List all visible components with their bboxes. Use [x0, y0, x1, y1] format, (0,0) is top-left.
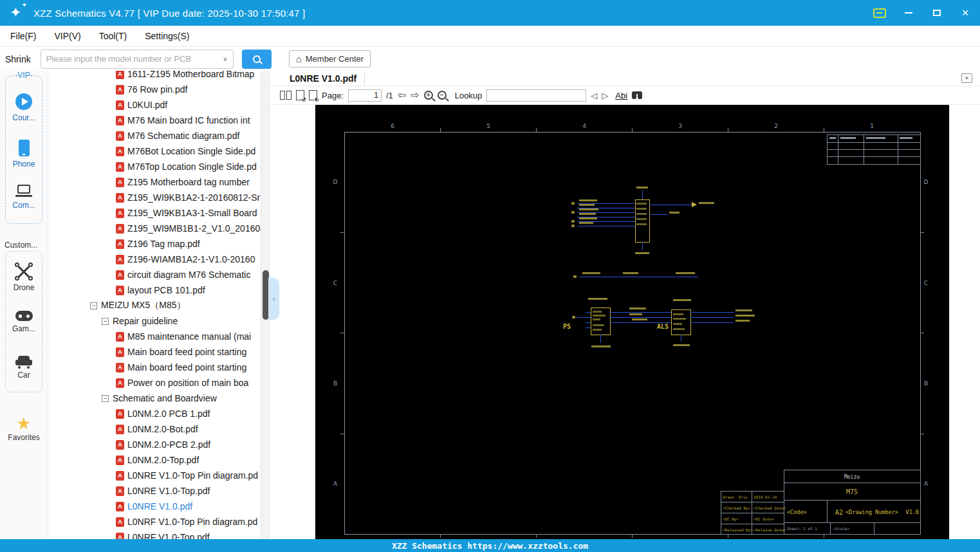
tree-file-row[interactable]: AM76 Main board IC function int: [48, 113, 261, 128]
tree-file-row[interactable]: AL0NRF V1.0-Top.pdf: [48, 529, 261, 539]
shrink-button[interactable]: Shrink: [5, 54, 31, 64]
close-document-icon[interactable]: ✕: [961, 73, 972, 83]
tree-file-row[interactable]: AM76 Schematic diagram.pdf: [48, 128, 261, 143]
phone-icon: [19, 140, 30, 156]
tree-file-row[interactable]: AL0NM.2.0-Bot.pdf: [48, 421, 261, 437]
pdf-file-icon: A: [116, 100, 124, 110]
maximize-button[interactable]: [931, 7, 943, 19]
tree-file-row[interactable]: APower on position of main boa: [48, 375, 261, 391]
titleblock-sheet: Sheet: 1 of 1: [787, 526, 817, 531]
sidebar-item-phone[interactable]: Phone: [6, 140, 42, 169]
sidebar-item-gamepad[interactable]: Gam...: [6, 311, 42, 333]
tree-file-row[interactable]: AZ195_WI9KB1A2-1-20160812-Sr: [48, 190, 261, 205]
tree-file-row[interactable]: A76 Row pin.pdf: [48, 82, 261, 97]
model-search-input[interactable]: [46, 54, 221, 64]
zone-row-label: C: [924, 280, 928, 286]
tree-item-label: 76 Row pin.pdf: [127, 84, 187, 95]
file-tree-panel[interactable]: A1611-Z195 Motherboard BitmapA76 Row pin…: [48, 71, 261, 539]
tree-file-row[interactable]: AMain board feed point starting: [48, 344, 261, 360]
tree-file-row[interactable]: AL0NM.2.0-Top.pdf: [48, 452, 261, 468]
search-button[interactable]: [242, 50, 272, 69]
vip-card-icon[interactable]: [873, 8, 886, 18]
minimize-button[interactable]: [903, 7, 914, 19]
sidebar-item-label: Favorites: [8, 433, 39, 442]
tree-node-row[interactable]: −Schematic and Boardview: [48, 391, 261, 406]
find-previous-icon[interactable]: ◁: [591, 91, 597, 100]
pdf-file-icon: A: [116, 517, 124, 527]
zone-column-label: 2: [774, 123, 778, 129]
tree-collapse-icon[interactable]: −: [102, 318, 109, 325]
tree-item-label: Repair guideline: [113, 316, 178, 326]
tree-file-row[interactable]: AZ195_WI9MB1B1-2_V1.0_201608: [48, 221, 261, 236]
zoom-in-icon[interactable]: +: [424, 91, 433, 100]
menu-item[interactable]: VIP(V): [54, 31, 80, 41]
menu-item[interactable]: Settings(S): [145, 31, 189, 41]
tree-file-row[interactable]: AZ195_WI9KB1A3-1-Small Board: [48, 205, 261, 221]
rotate-right-icon[interactable]: ↻: [309, 90, 317, 100]
tree-item-label: Schematic and Boardview: [113, 393, 217, 403]
tree-file-row[interactable]: AM76Bot Location Single Side.pd: [48, 143, 261, 159]
tree-file-row[interactable]: AMain board feed point starting: [48, 360, 261, 375]
zone-column-label: 6: [391, 123, 394, 129]
tree-collapse-icon[interactable]: −: [90, 302, 97, 309]
previous-view-icon[interactable]: ⇦: [398, 90, 406, 100]
tree-file-row[interactable]: AL0NM.2.0 PCB 1.pdf: [48, 406, 261, 421]
car-icon: [15, 356, 32, 367]
sidebar-item-drone[interactable]: Drone: [6, 263, 42, 292]
sidebar-item-favorites[interactable]: ★ Favorites: [0, 415, 48, 442]
pdf-canvas[interactable]: 6 5 4 3 2 1 D C B A D C B A: [315, 105, 949, 539]
tree-collapse-icon[interactable]: −: [102, 395, 109, 402]
tree-file-row[interactable]: AM76Top Location Single Side.pd: [48, 159, 261, 174]
next-view-icon[interactable]: ⇨: [411, 90, 419, 100]
find-next-icon[interactable]: ▷: [602, 91, 608, 100]
tree-file-row[interactable]: AL0NRE V1.0-Top Pin diagram.pd: [48, 468, 261, 483]
lookup-input[interactable]: [486, 89, 586, 102]
member-center-button[interactable]: ⌂ Member Center: [289, 50, 371, 68]
vip-group-label: -VIP-: [13, 71, 34, 80]
menu-item[interactable]: File(F): [10, 31, 36, 41]
sidebar-item-computer[interactable]: Com...: [6, 185, 42, 210]
menu-item[interactable]: Tool(T): [99, 31, 127, 41]
tree-node-row[interactable]: −MEIZU MX5（M85）: [48, 298, 261, 313]
tree-file-row[interactable]: Acircuit diagram M76 Schematic: [48, 267, 261, 282]
rotate-left-icon[interactable]: ↺: [296, 90, 304, 100]
pdf-file-icon: A: [116, 116, 124, 125]
tree-file-row[interactable]: Alayout PCB 101.pdf: [48, 282, 261, 298]
tree-file-row[interactable]: AZ195 Motherboard tag number: [48, 174, 261, 190]
window-title: XZZ Schematics V4.77 [ VIP Due date: 202…: [33, 8, 305, 19]
tree-file-row[interactable]: AL0NRE V1.0.pdf: [48, 499, 261, 514]
model-search-box[interactable]: ∨: [41, 50, 234, 69]
chevron-down-icon[interactable]: ∨: [223, 55, 227, 62]
zone-column-label: 4: [582, 123, 586, 129]
binoculars-search-icon[interactable]: [632, 91, 642, 99]
close-button[interactable]: ✕: [959, 7, 971, 19]
sidebar-item-label: Phone: [13, 160, 35, 169]
search-toolbar: Shrink ∨ ⌂ Member Center: [0, 47, 980, 71]
pdf-file-icon: A: [116, 239, 124, 249]
sidebar-item-course[interactable]: Cour...: [6, 93, 42, 122]
titleblock-model: M75: [846, 488, 858, 495]
document-tab[interactable]: L0NRE V1.0.pdf: [282, 71, 365, 86]
tree-file-row[interactable]: AL0NRE V1.0-Top.pdf: [48, 483, 261, 499]
tree-file-row[interactable]: AZ196-WIAMB1A2-1-V1.0-20160: [48, 252, 261, 267]
page-number-input[interactable]: [348, 89, 382, 102]
tree-file-row[interactable]: AL0KUI.pdf: [48, 97, 261, 113]
tree-item-label: Main board feed point starting: [127, 362, 246, 373]
als-label: ALS: [657, 323, 669, 330]
pdf-file-icon: A: [116, 486, 124, 496]
tree-file-row[interactable]: AL0NM.2.0-PCB 2.pdf: [48, 437, 261, 452]
sidebar-item-car[interactable]: Car: [6, 356, 42, 380]
panel-collapse-handle[interactable]: ‹: [268, 278, 279, 320]
text-select-tool-button[interactable]: Abi: [615, 91, 627, 100]
tree-file-row[interactable]: A1611-Z195 Motherboard Bitmap: [48, 71, 261, 82]
statusbar: XZZ Schematics https://www.xzztools.com: [0, 539, 980, 552]
tree-file-row[interactable]: AM85 maintenance manual (mai: [48, 329, 261, 344]
vip-group: -VIP- Cour... Phone Com...: [5, 76, 42, 224]
tree-file-row[interactable]: AZ196 Tag map.pdf: [48, 236, 261, 252]
zone-column-label: 3: [678, 123, 682, 129]
tree-item-label: 1611-Z195 Motherboard Bitmap: [127, 71, 254, 79]
zoom-out-icon[interactable]: −: [438, 91, 447, 100]
tree-node-row[interactable]: −Repair guideline: [48, 313, 261, 329]
tree-file-row[interactable]: AL0NRF V1.0-Top Pin diagram.pd: [48, 514, 261, 529]
two-page-view-icon[interactable]: [280, 91, 291, 100]
